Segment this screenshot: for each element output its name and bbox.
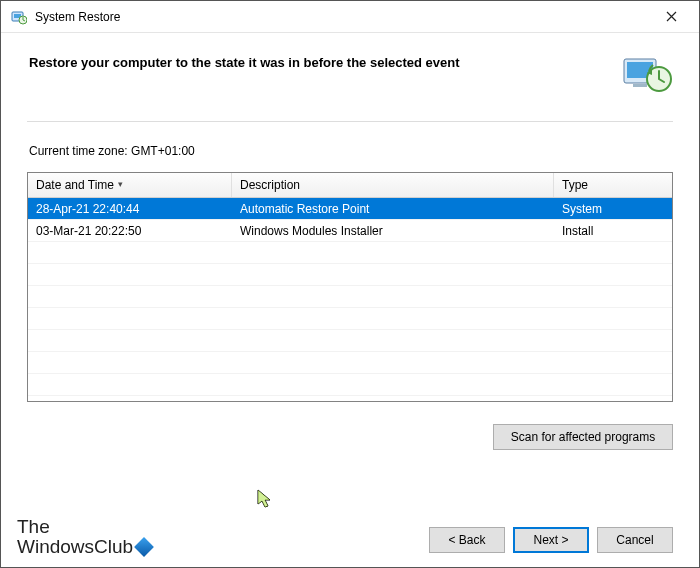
cancel-button[interactable]: Cancel xyxy=(597,527,673,553)
column-header-label: Type xyxy=(562,178,588,192)
column-header-datetime[interactable]: Date and Time ▾ xyxy=(28,173,232,197)
svg-rect-5 xyxy=(633,84,647,87)
table-row xyxy=(28,374,672,396)
system-restore-icon xyxy=(11,9,27,25)
table-header: Date and Time ▾ Description Type xyxy=(28,173,672,198)
watermark-line1: The xyxy=(17,516,50,537)
restore-points-table: Date and Time ▾ Description Type 28-Apr-… xyxy=(27,172,673,402)
column-header-type[interactable]: Type xyxy=(554,173,672,197)
timezone-label: Current time zone: GMT+01:00 xyxy=(29,144,673,158)
table-row xyxy=(28,352,672,374)
table-cell: 28-Apr-21 22:40:44 xyxy=(28,202,232,216)
table-body: 28-Apr-21 22:40:44Automatic Restore Poin… xyxy=(28,198,672,396)
back-button[interactable]: < Back xyxy=(429,527,505,553)
content-panel: Current time zone: GMT+01:00 Date and Ti… xyxy=(27,121,673,402)
close-button[interactable] xyxy=(649,3,693,31)
table-row xyxy=(28,330,672,352)
table-row xyxy=(28,286,672,308)
wizard-footer: < Back Next > Cancel xyxy=(429,527,673,553)
titlebar: System Restore xyxy=(1,1,699,33)
table-cell: Windows Modules Installer xyxy=(232,224,554,238)
column-header-description[interactable]: Description xyxy=(232,173,554,197)
table-row xyxy=(28,242,672,264)
next-button[interactable]: Next > xyxy=(513,527,589,553)
restore-hero-icon xyxy=(621,51,673,95)
cursor-icon xyxy=(257,489,273,513)
scan-affected-button[interactable]: Scan for affected programs xyxy=(493,424,673,450)
page-heading: Restore your computer to the state it wa… xyxy=(29,51,597,70)
column-header-label: Date and Time xyxy=(36,178,114,192)
table-cell: 03-Mar-21 20:22:50 xyxy=(28,224,232,238)
table-row[interactable]: 03-Mar-21 20:22:50Windows Modules Instal… xyxy=(28,220,672,242)
table-row xyxy=(28,264,672,286)
header: Restore your computer to the state it wa… xyxy=(1,33,699,105)
table-cell: System xyxy=(554,202,672,216)
watermark-line2: WindowsClub xyxy=(17,536,133,557)
watermark-logo-icon xyxy=(134,537,154,557)
table-cell: Automatic Restore Point xyxy=(232,202,554,216)
table-row xyxy=(28,308,672,330)
column-header-label: Description xyxy=(240,178,300,192)
table-row[interactable]: 28-Apr-21 22:40:44Automatic Restore Poin… xyxy=(28,198,672,220)
watermark: The WindowsClub xyxy=(17,517,155,557)
window-title: System Restore xyxy=(35,10,120,24)
table-cell: Install xyxy=(554,224,672,238)
sort-desc-icon: ▾ xyxy=(118,179,123,189)
